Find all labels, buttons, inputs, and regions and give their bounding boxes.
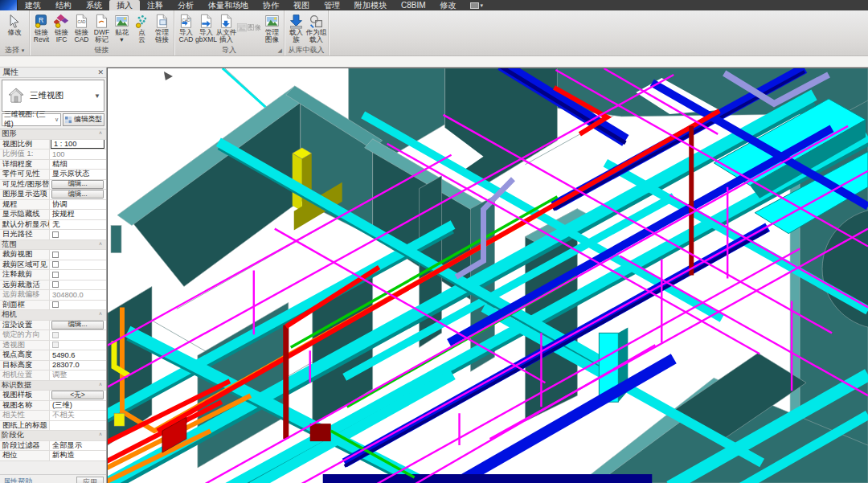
close-icon[interactable]: ✕ [97, 68, 104, 76]
view-filter-dropdown[interactable]: 三维视图: (三维)∨ [2, 113, 61, 126]
property-section[interactable]: 阶段化＾ [0, 431, 106, 441]
property-row: 透视图 [0, 341, 106, 351]
property-value[interactable] [50, 270, 106, 280]
apply-button[interactable]: 应用 [76, 477, 104, 483]
panel-label[interactable]: 从库中载入 [285, 45, 328, 55]
property-value[interactable] [50, 301, 106, 310]
property-value[interactable]: (三维) [50, 401, 106, 411]
dwf-markup-button[interactable]: DWF标记 [92, 11, 112, 45]
properties-help-link[interactable]: 属性帮助 [3, 477, 73, 483]
edit-button[interactable]: 编辑... [51, 190, 104, 199]
value-input[interactable]: 1 : 100 [51, 140, 104, 149]
property-value[interactable]: 不相关 [50, 411, 106, 420]
insert-from-file-button[interactable]: 从文件插入 [216, 11, 236, 45]
ribbon-tab[interactable]: 视图 [286, 0, 317, 10]
property-value[interactable] [50, 421, 106, 431]
edit-button[interactable]: 编辑... [51, 321, 104, 330]
point-cloud-button[interactable]: 点云 [132, 11, 152, 45]
checkbox[interactable] [52, 231, 59, 238]
property-value[interactable]: 新构造 [50, 451, 106, 460]
property-row: 剖面框 [0, 301, 106, 311]
ribbon-tab[interactable]: 建筑 [18, 0, 48, 10]
ribbon-tab[interactable]: C8BIM [394, 0, 433, 10]
property-value[interactable] [50, 330, 106, 340]
import-gbxml-button[interactable]: 导入gbXML [196, 11, 216, 45]
property-section[interactable]: 图形＾ [0, 129, 106, 140]
import-cad-button[interactable]: CAD导入CAD [176, 11, 196, 45]
button-label: 链接Revit [34, 29, 49, 43]
panel-label[interactable]: 链接 [30, 45, 174, 55]
property-value[interactable]: 协调 [50, 200, 106, 210]
button-label: 链接CAD [75, 29, 89, 43]
load-family-button[interactable]: 载入族 [286, 11, 306, 45]
house-3d-icon [2, 85, 30, 106]
property-value[interactable]: 无 [50, 220, 106, 230]
ribbon-tab[interactable]: 协作 [256, 0, 286, 10]
panel-label[interactable]: 导入◢ [174, 45, 284, 55]
link-revit-button[interactable]: R链接Revit [31, 11, 51, 45]
property-value[interactable]: 全部显示 [50, 441, 106, 451]
edit-button[interactable]: 编辑... [51, 180, 104, 189]
property-value[interactable]: <无> [50, 391, 106, 400]
ribbon-tab[interactable]: 结构 [48, 0, 79, 10]
link-cad-icon: CAD [74, 13, 90, 29]
chevron-down-icon[interactable]: ▼ [94, 92, 104, 100]
link-cad-button[interactable]: CAD链接CAD [72, 11, 92, 45]
section-label: 图形 [0, 129, 97, 139]
property-value[interactable]: 304800.0 [50, 290, 106, 300]
load-as-group-button[interactable]: 作为组载入 [306, 11, 326, 45]
ribbon-tab[interactable]: 系统 [79, 0, 109, 10]
link-ifc-button[interactable]: 链接IFC [51, 11, 72, 45]
section-label: 范围 [0, 239, 97, 250]
property-value[interactable]: 精细 [50, 160, 106, 170]
property-value[interactable]: 1 : 100 [50, 140, 106, 149]
property-value[interactable]: 100 [50, 149, 106, 159]
ribbon-tab[interactable]: 附加模块 [347, 0, 394, 10]
checkbox[interactable] [52, 261, 59, 268]
button-label: 管理链接 [155, 29, 169, 43]
checkbox[interactable] [52, 301, 59, 308]
property-label: 显示隐藏线 [0, 210, 50, 219]
property-value[interactable]: 调整 [50, 370, 106, 380]
property-value[interactable]: 显示原状态 [50, 170, 106, 179]
ribbon-tab[interactable]: 修改 [433, 0, 464, 10]
property-row: 阶段过滤器全部显示 [0, 441, 106, 452]
checkbox[interactable] [52, 272, 59, 278]
property-value[interactable] [50, 341, 106, 350]
type-selector[interactable]: 三维视图 ▼ [2, 80, 104, 112]
revit-app-icon[interactable] [0, 0, 18, 10]
property-value[interactable]: 按规程 [50, 210, 106, 219]
checkbox[interactable] [52, 281, 59, 288]
ribbon-state-toggle[interactable]: ▾ [470, 0, 484, 10]
manage-links-button[interactable]: 管理链接 [152, 11, 172, 45]
property-value[interactable]: 28307.0 [50, 361, 106, 370]
ribbon-tab[interactable]: 体量和场地 [201, 0, 256, 10]
property-value[interactable]: 编辑... [50, 180, 106, 190]
property-value[interactable] [50, 230, 106, 239]
property-section[interactable]: 相机＾ [0, 310, 106, 321]
property-value[interactable]: 编辑... [50, 321, 106, 330]
checkbox [52, 332, 59, 338]
property-row: 零件可见性显示原状态 [0, 170, 106, 180]
property-value[interactable] [50, 260, 106, 270]
property-value[interactable]: 编辑... [50, 190, 106, 199]
ribbon-tab[interactable]: 分析 [170, 0, 201, 10]
property-section[interactable]: 范围＾ [0, 240, 106, 251]
property-section[interactable]: 标识数据＾ [0, 381, 106, 391]
property-row: 规程协调 [0, 200, 106, 211]
decal-button[interactable]: 贴花▾ [112, 11, 132, 45]
edit-type-button[interactable]: 编辑类型 [63, 113, 104, 126]
select-panel-label[interactable]: 选择▾ [0, 45, 29, 55]
model-3d-view[interactable] [107, 68, 868, 483]
manage-images-button[interactable]: 管理图像 [262, 11, 282, 45]
property-value[interactable]: 5490.6 [50, 350, 106, 360]
property-value[interactable] [50, 280, 106, 290]
dialog-launcher-icon[interactable]: ◢ [278, 47, 282, 54]
edit-button[interactable]: <无> [51, 391, 104, 399]
property-value[interactable] [50, 250, 106, 260]
checkbox[interactable] [52, 252, 59, 258]
ribbon-tab[interactable]: 插入 [109, 0, 140, 10]
ribbon-tab[interactable]: 管理 [317, 0, 347, 10]
modify-button[interactable]: 修改 [2, 11, 27, 45]
ribbon-tab[interactable]: 注释 [140, 0, 170, 10]
